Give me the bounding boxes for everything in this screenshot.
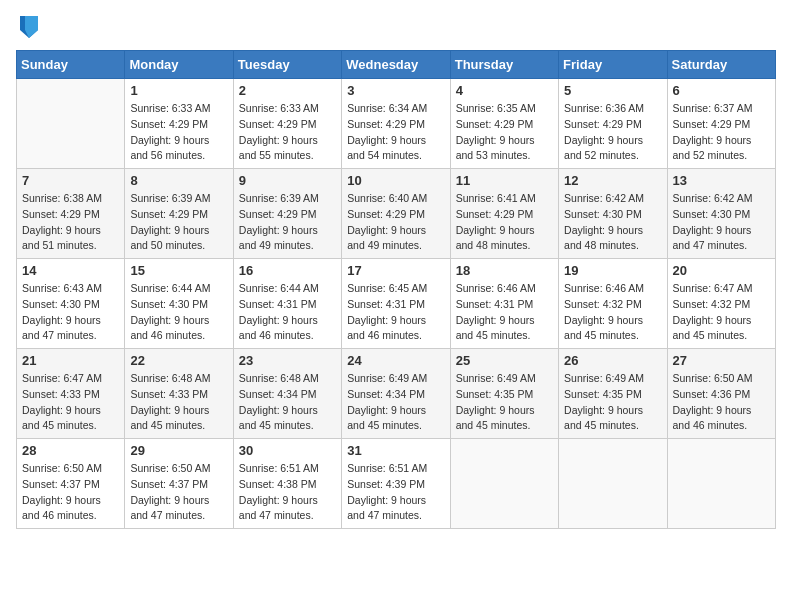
sun-info: Sunrise: 6:45 AMSunset: 4:31 PMDaylight:… <box>347 281 444 344</box>
calendar-week-row: 7Sunrise: 6:38 AMSunset: 4:29 PMDaylight… <box>17 169 776 259</box>
day-number: 20 <box>673 263 770 278</box>
day-number: 25 <box>456 353 553 368</box>
calendar-cell: 14Sunrise: 6:43 AMSunset: 4:30 PMDayligh… <box>17 259 125 349</box>
weekday-header-monday: Monday <box>125 51 233 79</box>
day-number: 18 <box>456 263 553 278</box>
sun-info: Sunrise: 6:36 AMSunset: 4:29 PMDaylight:… <box>564 101 661 164</box>
day-number: 12 <box>564 173 661 188</box>
sun-info: Sunrise: 6:40 AMSunset: 4:29 PMDaylight:… <box>347 191 444 254</box>
calendar-cell: 28Sunrise: 6:50 AMSunset: 4:37 PMDayligh… <box>17 439 125 529</box>
sun-info: Sunrise: 6:42 AMSunset: 4:30 PMDaylight:… <box>673 191 770 254</box>
day-number: 17 <box>347 263 444 278</box>
calendar-table: SundayMondayTuesdayWednesdayThursdayFrid… <box>16 50 776 529</box>
calendar-cell: 18Sunrise: 6:46 AMSunset: 4:31 PMDayligh… <box>450 259 558 349</box>
calendar-cell: 25Sunrise: 6:49 AMSunset: 4:35 PMDayligh… <box>450 349 558 439</box>
sun-info: Sunrise: 6:48 AMSunset: 4:34 PMDaylight:… <box>239 371 336 434</box>
day-number: 29 <box>130 443 227 458</box>
calendar-cell: 17Sunrise: 6:45 AMSunset: 4:31 PMDayligh… <box>342 259 450 349</box>
day-number: 8 <box>130 173 227 188</box>
day-number: 30 <box>239 443 336 458</box>
day-number: 19 <box>564 263 661 278</box>
sun-info: Sunrise: 6:39 AMSunset: 4:29 PMDaylight:… <box>239 191 336 254</box>
calendar-cell: 12Sunrise: 6:42 AMSunset: 4:30 PMDayligh… <box>559 169 667 259</box>
weekday-header-tuesday: Tuesday <box>233 51 341 79</box>
calendar-cell <box>450 439 558 529</box>
day-number: 5 <box>564 83 661 98</box>
weekday-header-friday: Friday <box>559 51 667 79</box>
sun-info: Sunrise: 6:44 AMSunset: 4:31 PMDaylight:… <box>239 281 336 344</box>
calendar-week-row: 28Sunrise: 6:50 AMSunset: 4:37 PMDayligh… <box>17 439 776 529</box>
calendar-cell: 21Sunrise: 6:47 AMSunset: 4:33 PMDayligh… <box>17 349 125 439</box>
logo <box>16 16 40 38</box>
calendar-cell: 13Sunrise: 6:42 AMSunset: 4:30 PMDayligh… <box>667 169 775 259</box>
day-number: 21 <box>22 353 119 368</box>
sun-info: Sunrise: 6:47 AMSunset: 4:32 PMDaylight:… <box>673 281 770 344</box>
calendar-week-row: 21Sunrise: 6:47 AMSunset: 4:33 PMDayligh… <box>17 349 776 439</box>
sun-info: Sunrise: 6:39 AMSunset: 4:29 PMDaylight:… <box>130 191 227 254</box>
calendar-cell: 23Sunrise: 6:48 AMSunset: 4:34 PMDayligh… <box>233 349 341 439</box>
calendar-header-row: SundayMondayTuesdayWednesdayThursdayFrid… <box>17 51 776 79</box>
calendar-cell: 19Sunrise: 6:46 AMSunset: 4:32 PMDayligh… <box>559 259 667 349</box>
sun-info: Sunrise: 6:44 AMSunset: 4:30 PMDaylight:… <box>130 281 227 344</box>
sun-info: Sunrise: 6:50 AMSunset: 4:37 PMDaylight:… <box>130 461 227 524</box>
calendar-cell <box>559 439 667 529</box>
sun-info: Sunrise: 6:49 AMSunset: 4:35 PMDaylight:… <box>456 371 553 434</box>
day-number: 24 <box>347 353 444 368</box>
logo-text <box>16 16 40 38</box>
calendar-cell: 29Sunrise: 6:50 AMSunset: 4:37 PMDayligh… <box>125 439 233 529</box>
day-number: 10 <box>347 173 444 188</box>
day-number: 3 <box>347 83 444 98</box>
weekday-header-sunday: Sunday <box>17 51 125 79</box>
day-number: 11 <box>456 173 553 188</box>
day-number: 31 <box>347 443 444 458</box>
sun-info: Sunrise: 6:43 AMSunset: 4:30 PMDaylight:… <box>22 281 119 344</box>
calendar-cell: 20Sunrise: 6:47 AMSunset: 4:32 PMDayligh… <box>667 259 775 349</box>
day-number: 26 <box>564 353 661 368</box>
sun-info: Sunrise: 6:50 AMSunset: 4:36 PMDaylight:… <box>673 371 770 434</box>
calendar-week-row: 1Sunrise: 6:33 AMSunset: 4:29 PMDaylight… <box>17 79 776 169</box>
sun-info: Sunrise: 6:49 AMSunset: 4:35 PMDaylight:… <box>564 371 661 434</box>
calendar-week-row: 14Sunrise: 6:43 AMSunset: 4:30 PMDayligh… <box>17 259 776 349</box>
sun-info: Sunrise: 6:38 AMSunset: 4:29 PMDaylight:… <box>22 191 119 254</box>
sun-info: Sunrise: 6:42 AMSunset: 4:30 PMDaylight:… <box>564 191 661 254</box>
weekday-header-thursday: Thursday <box>450 51 558 79</box>
sun-info: Sunrise: 6:41 AMSunset: 4:29 PMDaylight:… <box>456 191 553 254</box>
weekday-header-wednesday: Wednesday <box>342 51 450 79</box>
day-number: 2 <box>239 83 336 98</box>
calendar-cell <box>17 79 125 169</box>
day-number: 1 <box>130 83 227 98</box>
calendar-cell: 27Sunrise: 6:50 AMSunset: 4:36 PMDayligh… <box>667 349 775 439</box>
calendar-cell: 4Sunrise: 6:35 AMSunset: 4:29 PMDaylight… <box>450 79 558 169</box>
calendar-cell: 31Sunrise: 6:51 AMSunset: 4:39 PMDayligh… <box>342 439 450 529</box>
day-number: 9 <box>239 173 336 188</box>
calendar-cell: 10Sunrise: 6:40 AMSunset: 4:29 PMDayligh… <box>342 169 450 259</box>
sun-info: Sunrise: 6:33 AMSunset: 4:29 PMDaylight:… <box>130 101 227 164</box>
day-number: 14 <box>22 263 119 278</box>
sun-info: Sunrise: 6:33 AMSunset: 4:29 PMDaylight:… <box>239 101 336 164</box>
calendar-cell: 26Sunrise: 6:49 AMSunset: 4:35 PMDayligh… <box>559 349 667 439</box>
calendar-cell: 6Sunrise: 6:37 AMSunset: 4:29 PMDaylight… <box>667 79 775 169</box>
day-number: 4 <box>456 83 553 98</box>
calendar-cell: 30Sunrise: 6:51 AMSunset: 4:38 PMDayligh… <box>233 439 341 529</box>
sun-info: Sunrise: 6:48 AMSunset: 4:33 PMDaylight:… <box>130 371 227 434</box>
calendar-cell: 1Sunrise: 6:33 AMSunset: 4:29 PMDaylight… <box>125 79 233 169</box>
sun-info: Sunrise: 6:46 AMSunset: 4:31 PMDaylight:… <box>456 281 553 344</box>
day-number: 15 <box>130 263 227 278</box>
day-number: 16 <box>239 263 336 278</box>
day-number: 7 <box>22 173 119 188</box>
calendar-cell: 3Sunrise: 6:34 AMSunset: 4:29 PMDaylight… <box>342 79 450 169</box>
calendar-cell: 15Sunrise: 6:44 AMSunset: 4:30 PMDayligh… <box>125 259 233 349</box>
page-header <box>16 16 776 38</box>
sun-info: Sunrise: 6:34 AMSunset: 4:29 PMDaylight:… <box>347 101 444 164</box>
calendar-cell: 7Sunrise: 6:38 AMSunset: 4:29 PMDaylight… <box>17 169 125 259</box>
sun-info: Sunrise: 6:46 AMSunset: 4:32 PMDaylight:… <box>564 281 661 344</box>
calendar-cell <box>667 439 775 529</box>
sun-info: Sunrise: 6:37 AMSunset: 4:29 PMDaylight:… <box>673 101 770 164</box>
day-number: 28 <box>22 443 119 458</box>
sun-info: Sunrise: 6:51 AMSunset: 4:39 PMDaylight:… <box>347 461 444 524</box>
day-number: 27 <box>673 353 770 368</box>
calendar-cell: 11Sunrise: 6:41 AMSunset: 4:29 PMDayligh… <box>450 169 558 259</box>
calendar-cell: 8Sunrise: 6:39 AMSunset: 4:29 PMDaylight… <box>125 169 233 259</box>
day-number: 23 <box>239 353 336 368</box>
logo-icon <box>20 16 38 38</box>
